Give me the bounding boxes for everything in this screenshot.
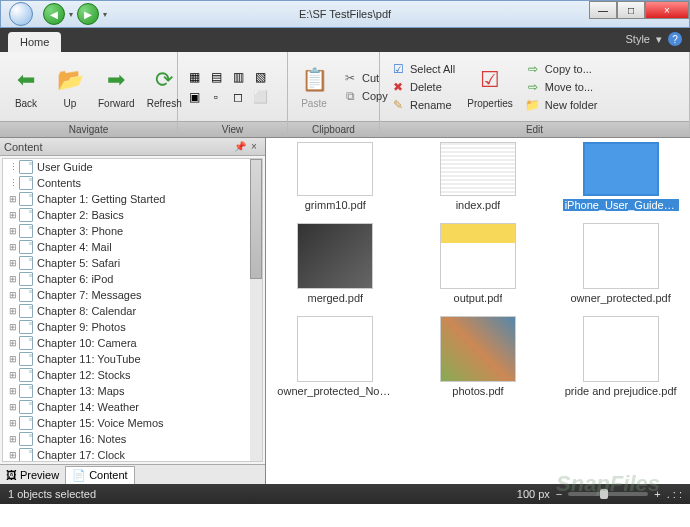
file-grid[interactable]: grimm10.pdfindex.pdfiPhone_User_Guide.pd…: [266, 138, 690, 484]
panel-pin-icon[interactable]: 📌: [233, 140, 247, 154]
tree-item[interactable]: ⊞Chapter 6: iPod: [3, 271, 250, 287]
back-button[interactable]: ⬅ Back: [6, 62, 46, 111]
content-tab[interactable]: 📄 Content: [65, 466, 135, 484]
copy-to-button[interactable]: ⇨ Copy to...: [521, 60, 602, 78]
tree-item[interactable]: ⊞Chapter 4: Mail: [3, 239, 250, 255]
tree-scroll-thumb[interactable]: [250, 159, 262, 279]
tree-item-label: Chapter 12: Stocks: [37, 369, 131, 381]
view-details-button[interactable]: ▧: [250, 67, 270, 87]
tree-item[interactable]: ⊞Chapter 2: Basics: [3, 207, 250, 223]
file-item[interactable]: merged.pdf: [277, 223, 393, 304]
file-item[interactable]: owner_protected_NoRes...: [277, 316, 393, 397]
tree-item-label: Chapter 17: Clock: [37, 449, 125, 461]
zoom-in-icon[interactable]: +: [654, 488, 660, 500]
tree-expand-icon[interactable]: ⊞: [7, 418, 19, 428]
tree-expand-icon[interactable]: ⊞: [7, 210, 19, 220]
tree-item[interactable]: ⊞Chapter 5: Safari: [3, 255, 250, 271]
view-list-button[interactable]: ▥: [228, 67, 248, 87]
file-item[interactable]: photos.pdf: [420, 316, 536, 397]
select-all-button[interactable]: ☑ Select All: [386, 60, 459, 78]
tree-expand-icon[interactable]: ⊞: [7, 386, 19, 396]
minimize-button[interactable]: —: [589, 1, 617, 19]
tree-item[interactable]: ⊞Chapter 14: Weather: [3, 399, 250, 415]
tree-item[interactable]: ⊞Chapter 16: Notes: [3, 431, 250, 447]
close-button[interactable]: ×: [645, 1, 689, 19]
sidebar-tabs: 🖼 Preview 📄 Content: [0, 464, 265, 484]
zoom-control[interactable]: 100 px − + . : :: [517, 488, 682, 500]
tree-scrollbar[interactable]: [250, 159, 262, 461]
tree-item[interactable]: ⊞Chapter 1: Getting Started: [3, 191, 250, 207]
nav-forward-button[interactable]: ►: [77, 3, 99, 25]
tree-expand-icon[interactable]: ⊞: [7, 338, 19, 348]
delete-button[interactable]: ✖ Delete: [386, 78, 459, 96]
view-thumb-button[interactable]: ▣: [184, 87, 204, 107]
content-tree[interactable]: ⋮User Guide⋮Contents⊞Chapter 1: Getting …: [2, 158, 263, 462]
file-item[interactable]: pride and prejudice.pdf: [563, 316, 679, 397]
panel-close-icon[interactable]: ×: [247, 140, 261, 154]
move-to-button[interactable]: ⇨ Move to...: [521, 78, 602, 96]
style-menu[interactable]: Style: [626, 33, 650, 45]
tree-item[interactable]: ⊞Chapter 15: Voice Memos: [3, 415, 250, 431]
tree-item[interactable]: ⊞Chapter 8: Calendar: [3, 303, 250, 319]
tree-expand-icon[interactable]: ⊞: [7, 434, 19, 444]
tree-item-label: Chapter 3: Phone: [37, 225, 123, 237]
properties-button[interactable]: ☑ Properties: [463, 62, 517, 111]
tree-expand-icon[interactable]: ⊞: [7, 194, 19, 204]
tree-expand-icon[interactable]: ⊞: [7, 306, 19, 316]
file-item[interactable]: owner_protected.pdf: [563, 223, 679, 304]
tree-item[interactable]: ⊞Chapter 17: Clock: [3, 447, 250, 462]
tree-expand-icon[interactable]: ⊞: [7, 242, 19, 252]
tree-expand-icon[interactable]: ⊞: [7, 402, 19, 412]
nav-back-dropdown[interactable]: ▾: [69, 10, 73, 19]
tree-item[interactable]: ⋮User Guide: [3, 159, 250, 175]
copy-icon: ⧉: [342, 88, 358, 104]
page-icon: [19, 240, 33, 254]
rename-icon: ✎: [390, 97, 406, 113]
zoom-slider[interactable]: [568, 492, 648, 496]
tree-expand-icon[interactable]: ⊞: [7, 258, 19, 268]
view-tiles-button[interactable]: ▤: [206, 67, 226, 87]
tree-expand-icon[interactable]: ⊞: [7, 290, 19, 300]
file-item[interactable]: output.pdf: [420, 223, 536, 304]
style-dropdown-icon[interactable]: ▾: [656, 33, 662, 46]
forward-button[interactable]: ➡ Forward: [94, 62, 139, 111]
tab-home[interactable]: Home: [8, 32, 61, 52]
tree-item[interactable]: ⊞Chapter 10: Camera: [3, 335, 250, 351]
tree-expand-icon[interactable]: ⊞: [7, 322, 19, 332]
new-folder-label: New folder: [545, 99, 598, 111]
tree-expand-icon[interactable]: ⊞: [7, 370, 19, 380]
tree-expand-icon[interactable]: ⊞: [7, 226, 19, 236]
file-item[interactable]: grimm10.pdf: [277, 142, 393, 211]
zoom-out-icon[interactable]: −: [556, 488, 562, 500]
tree-item[interactable]: ⋮Contents: [3, 175, 250, 191]
zoom-slider-thumb[interactable]: [600, 489, 608, 499]
nav-back-button[interactable]: ◄: [43, 3, 65, 25]
tree-item[interactable]: ⊞Chapter 13: Maps: [3, 383, 250, 399]
tree-item[interactable]: ⊞Chapter 12: Stocks: [3, 367, 250, 383]
rename-button[interactable]: ✎ Rename: [386, 96, 459, 114]
tree-item[interactable]: ⊞Chapter 3: Phone: [3, 223, 250, 239]
help-icon[interactable]: ?: [668, 32, 682, 46]
file-label: index.pdf: [456, 199, 501, 211]
view-icons-button[interactable]: ▦: [184, 67, 204, 87]
view-medium-button[interactable]: ◻: [228, 87, 248, 107]
file-item[interactable]: iPhone_User_Guide.pdf: [563, 142, 679, 211]
select-all-label: Select All: [410, 63, 455, 75]
file-thumbnail: [583, 316, 659, 382]
tree-expand-icon[interactable]: ⊞: [7, 354, 19, 364]
tree-item[interactable]: ⊞Chapter 9: Photos: [3, 319, 250, 335]
view-small-button[interactable]: ▫: [206, 87, 226, 107]
up-button[interactable]: 📂 Up: [50, 62, 90, 111]
new-folder-button[interactable]: 📁 New folder: [521, 96, 602, 114]
nav-forward-dropdown[interactable]: ▾: [103, 10, 107, 19]
tree-expand-icon[interactable]: ⊞: [7, 274, 19, 284]
preview-tab[interactable]: 🖼 Preview: [0, 467, 65, 483]
tree-expand-icon[interactable]: ⊞: [7, 450, 19, 460]
tree-item-label: Chapter 2: Basics: [37, 209, 124, 221]
maximize-button[interactable]: □: [617, 1, 645, 19]
content-panel-header: Content 📌 ×: [0, 138, 265, 156]
tree-item[interactable]: ⊞Chapter 11: YouTube: [3, 351, 250, 367]
file-item[interactable]: index.pdf: [420, 142, 536, 211]
view-large-button[interactable]: ⬜: [250, 87, 270, 107]
tree-item[interactable]: ⊞Chapter 7: Messages: [3, 287, 250, 303]
